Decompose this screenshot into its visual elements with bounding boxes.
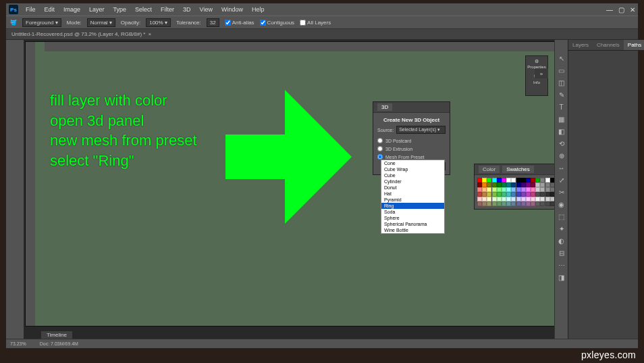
swatches-tab[interactable]: Swatches [502, 166, 534, 173]
swatch[interactable] [526, 187, 531, 192]
swatch[interactable] [511, 187, 516, 192]
swatch[interactable] [497, 201, 502, 206]
swatch[interactable] [521, 197, 526, 201]
swatch[interactable] [502, 178, 506, 183]
layers-tab[interactable]: Layers [568, 40, 593, 50]
swatch[interactable] [540, 197, 545, 201]
swatch[interactable] [502, 201, 506, 206]
preset-option[interactable]: Cylinder [381, 178, 444, 185]
swatch[interactable] [487, 197, 491, 201]
swatch[interactable] [516, 178, 521, 183]
swatch[interactable] [497, 183, 502, 187]
swatch[interactable] [540, 178, 545, 183]
channels-tab[interactable]: Channels [593, 40, 624, 50]
swatch[interactable] [506, 201, 511, 206]
swatch[interactable] [526, 178, 531, 183]
swatch[interactable] [545, 183, 550, 187]
swatch[interactable] [521, 187, 526, 192]
tool-button[interactable]: ⬚ [557, 212, 566, 221]
preset-option[interactable]: Cone [381, 160, 444, 166]
swatch[interactable] [540, 183, 545, 187]
preset-option[interactable]: Donut [381, 185, 444, 191]
tool-button[interactable]: ◐ [557, 236, 566, 245]
tool-button[interactable]: ⟲ [557, 139, 566, 148]
tab-close-icon[interactable]: × [148, 31, 151, 37]
preset-option[interactable]: Spherical Panorama [381, 221, 444, 227]
swatch[interactable] [516, 201, 521, 206]
swatch[interactable] [521, 183, 526, 187]
properties-dock-icon[interactable]: ⚙ Properties [527, 59, 545, 69]
preset-option[interactable]: Cube [381, 172, 444, 178]
radio-3d-postcard[interactable]: 3D Postcard [377, 137, 446, 145]
swatch[interactable] [502, 183, 506, 187]
radio-3d-extrusion[interactable]: 3D Extrusion [377, 145, 446, 153]
preset-option[interactable]: Hat [381, 191, 444, 197]
swatch[interactable] [477, 201, 482, 206]
swatch[interactable] [511, 178, 516, 183]
swatch[interactable] [526, 192, 531, 197]
swatch[interactable] [477, 187, 482, 192]
close-icon[interactable]: ✕ [630, 6, 635, 14]
collapse-panels-icon[interactable]: » [535, 69, 548, 78]
swatch[interactable] [535, 183, 540, 187]
swatch[interactable] [506, 183, 511, 187]
swatch[interactable] [531, 201, 535, 206]
swatch[interactable] [492, 192, 497, 197]
menu-layer[interactable]: Layer [86, 5, 108, 14]
tool-button[interactable]: ✎ [557, 90, 566, 99]
preset-option[interactable]: Cube Wrap [381, 166, 444, 172]
swatch[interactable] [535, 187, 540, 192]
swatch[interactable] [540, 187, 545, 192]
swatch[interactable] [506, 197, 511, 201]
swatch[interactable] [540, 201, 545, 206]
swatch[interactable] [545, 192, 550, 197]
swatch[interactable] [492, 197, 497, 201]
swatch[interactable] [506, 187, 511, 192]
tolerance-input[interactable]: 32 [207, 18, 219, 27]
swatch[interactable] [497, 178, 502, 183]
menu-3d[interactable]: 3D [180, 5, 194, 14]
canvas[interactable]: fill layer with color open 3d panel new … [25, 41, 637, 326]
swatch[interactable] [545, 187, 550, 192]
swatch[interactable] [492, 178, 497, 183]
tool-button[interactable]: ◉ [557, 199, 566, 209]
swatch[interactable] [531, 183, 535, 187]
swatch[interactable] [497, 187, 502, 192]
tool-button[interactable]: ◫ [557, 78, 566, 87]
swatch[interactable] [492, 183, 497, 187]
alllayers-checkbox[interactable]: All Layers [300, 20, 331, 26]
swatch[interactable] [531, 197, 535, 201]
swatch[interactable] [511, 201, 516, 206]
preset-option[interactable]: Wine Bottle [381, 227, 444, 233]
swatch[interactable] [535, 201, 540, 206]
tool-button[interactable]: ⋯ [557, 260, 566, 270]
zoom-level[interactable]: 73.23% [10, 341, 26, 346]
swatch[interactable] [511, 192, 516, 197]
swatch[interactable] [477, 183, 482, 187]
preset-option[interactable]: Sphere [381, 215, 444, 221]
swatch[interactable] [492, 201, 497, 206]
menu-edit[interactable]: Edit [41, 5, 59, 14]
swatch[interactable] [516, 183, 521, 187]
menu-file[interactable]: File [22, 5, 39, 14]
swatch[interactable] [545, 197, 550, 201]
swatch[interactable] [506, 192, 511, 197]
maximize-icon[interactable]: ▢ [618, 6, 624, 14]
3d-panel-header[interactable]: 3D [373, 102, 450, 113]
swatch[interactable] [545, 201, 550, 206]
swatch[interactable] [477, 192, 482, 197]
paths-tab[interactable]: Paths [624, 40, 644, 50]
swatch[interactable] [482, 201, 487, 206]
swatch[interactable] [521, 192, 526, 197]
swatch[interactable] [535, 192, 540, 197]
swatch[interactable] [516, 192, 521, 197]
swatch[interactable] [482, 183, 487, 187]
tool-button[interactable]: ⊟ [557, 248, 566, 258]
swatch[interactable] [497, 197, 502, 201]
swatch[interactable] [487, 178, 491, 183]
menu-select[interactable]: Select [132, 5, 155, 14]
swatch[interactable] [482, 197, 487, 201]
swatch[interactable] [531, 187, 535, 192]
swatch[interactable] [487, 187, 491, 192]
minimize-icon[interactable]: — [606, 6, 613, 14]
